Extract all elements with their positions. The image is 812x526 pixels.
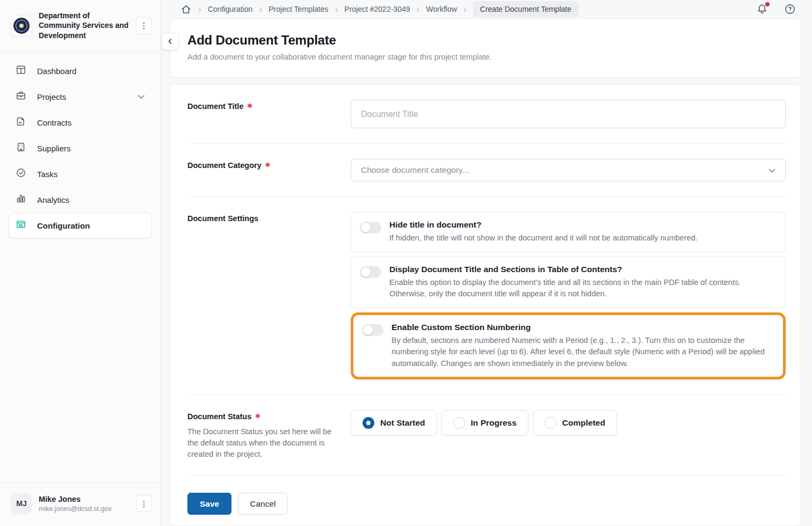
contract-icon (16, 116, 26, 129)
document-settings-label: Document Settings (187, 212, 351, 223)
document-settings-row: Document Settings Hide title in document… (187, 197, 786, 395)
content-area: › Configuration › Project Templates › Pr… (161, 0, 812, 526)
setting-title: Hide title in document? (389, 220, 698, 230)
breadcrumb-item-workflow[interactable]: Workflow (426, 5, 457, 13)
setting-description: Enable this option to display the docume… (389, 277, 776, 300)
sidebar-item-configuration[interactable]: Configuration (9, 213, 152, 238)
page-title: Add Document Template (187, 33, 784, 48)
document-settings-list: Hide title in document? If hidden, the t… (351, 212, 786, 379)
setting-title: Display Document Title and Sections in T… (389, 265, 776, 274)
sidebar-item-label: Contracts (37, 118, 71, 127)
user-name: Mike Jones (39, 495, 129, 503)
document-title-input[interactable] (351, 100, 786, 128)
status-option-in-progress[interactable]: In Progress (441, 410, 528, 436)
document-status-options: Not Started In Progress Completed (351, 410, 786, 436)
breadcrumb-separator: › (197, 4, 202, 14)
toggle-knob (361, 223, 371, 232)
document-category-row: Document Category✱ Choose document categ… (187, 144, 786, 197)
setting-text: Display Document Title and Sections in T… (389, 265, 776, 300)
radio-label: Completed (562, 418, 605, 428)
custom-section-numbering-toggle[interactable] (362, 324, 383, 336)
setting-text: Hide title in document? If hidden, the t… (389, 220, 698, 244)
save-button[interactable]: Save (187, 493, 231, 515)
kebab-icon: ⋮ (140, 21, 148, 30)
required-marker: ✱ (265, 162, 270, 168)
breadcrumb-separator: › (258, 4, 263, 14)
chevron-down-icon (769, 165, 775, 175)
toggle-knob (361, 267, 371, 277)
government-seal-icon (13, 18, 30, 34)
building-icon (16, 142, 26, 155)
display-toc-toggle[interactable] (360, 266, 381, 278)
select-placeholder: Choose document category... (361, 165, 469, 175)
sidebar-item-analytics[interactable]: Analytics (9, 187, 152, 213)
org-logo (11, 15, 32, 36)
user-panel: MJ Mike Jones mike.jones@dcsd.st.gov ⋮ (0, 483, 161, 526)
radio-label: In Progress (471, 418, 517, 428)
sidebar-item-label: Dashboard (37, 67, 76, 76)
avatar: MJ (11, 493, 32, 514)
sidebar-item-label: Suppliers (37, 144, 71, 153)
setting-description: If hidden, the title will not show in th… (389, 232, 698, 244)
status-option-not-started[interactable]: Not Started (351, 410, 437, 436)
sidebar-item-label: Projects (37, 92, 66, 101)
radio-label: Not Started (380, 418, 425, 428)
help-button[interactable] (784, 3, 796, 15)
breadcrumb-separator: › (462, 4, 468, 14)
form-actions: Save Cancel (187, 476, 786, 525)
breadcrumb-item-project-templates[interactable]: Project Templates (269, 5, 328, 13)
topbar: › Configuration › Project Templates › Pr… (161, 0, 812, 18)
radio-icon (363, 417, 374, 429)
hide-title-toggle[interactable] (360, 222, 381, 233)
status-option-completed[interactable]: Completed (533, 410, 617, 436)
breadcrumb-current: Create Document Template (473, 1, 578, 17)
toggle-knob (363, 325, 373, 335)
bar-chart-icon (16, 193, 26, 206)
notification-dot (765, 2, 770, 6)
org-menu-button[interactable]: ⋮ (136, 17, 152, 34)
sidebar-item-tasks[interactable]: Tasks (9, 161, 152, 187)
document-title-field-wrap (351, 100, 786, 128)
breadcrumb-separator: › (416, 4, 421, 14)
notifications-button[interactable] (756, 3, 768, 15)
sidebar-item-suppliers[interactable]: Suppliers (9, 135, 152, 161)
sidebar-item-dashboard[interactable]: Dashboard (9, 58, 152, 84)
org-header: Department of Community Services and Dev… (0, 0, 161, 52)
briefcase-icon (16, 90, 26, 103)
document-status-row: Document Status✱ The Document Status you… (187, 395, 786, 476)
setting-custom-section-numbering: Enable Custom Section Numbering By defau… (351, 312, 786, 379)
setting-title: Enable Custom Section Numbering (392, 323, 774, 332)
sidebar-item-label: Tasks (37, 170, 57, 179)
sidebar-item-contracts[interactable]: Contracts (9, 109, 152, 135)
sidebar-item-label: Analytics (37, 195, 69, 204)
breadcrumb-item-project[interactable]: Project #2022-3049 (344, 5, 410, 13)
user-menu-button[interactable]: ⋮ (136, 495, 152, 512)
setting-text: Enable Custom Section Numbering By defau… (392, 323, 774, 369)
home-icon[interactable] (180, 4, 192, 15)
chevron-down-icon (137, 92, 145, 101)
breadcrumb: › Configuration › Project Templates › Pr… (180, 1, 756, 17)
document-status-label-block: Document Status✱ The Document Status you… (187, 410, 351, 460)
sidebar-nav: Dashboard Projects Contracts Suppliers (0, 52, 161, 245)
setting-display-toc: Display Document Title and Sections in T… (351, 257, 786, 308)
task-check-icon (16, 167, 26, 180)
main: Add Document Template Add a document to … (161, 18, 812, 526)
setting-hide-title: Hide title in document? If hidden, the t… (351, 212, 786, 252)
sidebar-item-label: Configuration (37, 221, 90, 230)
radio-icon (453, 417, 465, 429)
document-category-select[interactable]: Choose document category... (351, 159, 786, 181)
back-button[interactable] (162, 33, 178, 50)
document-category-label: Document Category✱ (187, 159, 351, 170)
required-marker: ✱ (255, 413, 260, 419)
document-template-form: Document Title✱ Document Category✱ Choos… (170, 84, 801, 526)
breadcrumb-item-configuration[interactable]: Configuration (208, 5, 252, 13)
user-email: mike.jones@dcsd.st.gov (39, 505, 129, 513)
sidebar-item-projects[interactable]: Projects (9, 84, 152, 109)
document-status-label: Document Status✱ (187, 410, 351, 421)
org-name: Department of Community Services and Dev… (39, 11, 129, 40)
document-title-label: Document Title✱ (187, 100, 351, 111)
breadcrumb-separator: › (334, 4, 339, 14)
cancel-button[interactable]: Cancel (238, 493, 287, 515)
dashboard-icon (16, 64, 26, 77)
required-marker: ✱ (247, 103, 252, 109)
